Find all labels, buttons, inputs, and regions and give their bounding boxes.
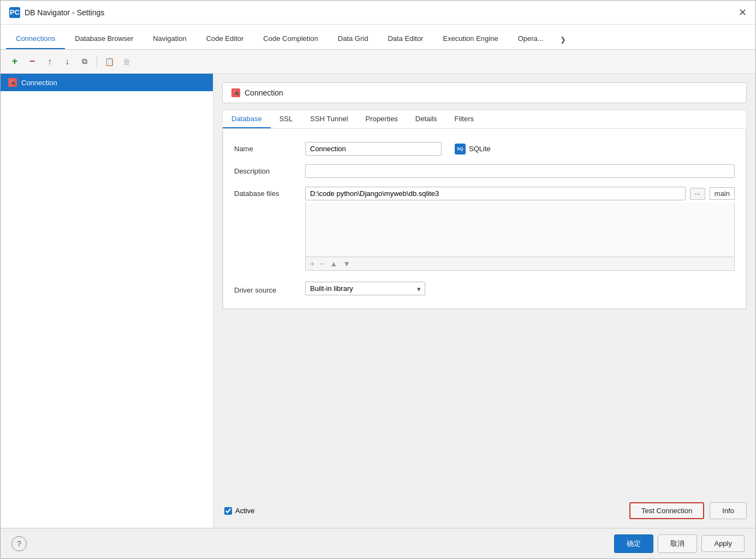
name-input[interactable]: [305, 142, 442, 156]
cancel-button[interactable]: 取消: [658, 534, 697, 553]
main-window: PC DB Navigator - Settings ✕ Connections…: [0, 0, 756, 559]
form-body: Name SQ SQLite Description: [223, 129, 746, 309]
form-tab-database[interactable]: Database: [223, 110, 271, 128]
connection-panel-title: Connection: [245, 88, 283, 97]
app-icon: PC: [9, 7, 20, 18]
driver-source-wrapper: Built-in library External library: [305, 282, 425, 295]
bottom-right: 确定 取消 Apply: [614, 534, 745, 553]
db-files-alias: main: [710, 187, 735, 200]
db-files-label: Database files: [234, 187, 305, 198]
active-checkbox-row: Active: [222, 507, 254, 515]
db-files-browse-button[interactable]: ···: [690, 188, 705, 200]
description-row: Description: [234, 164, 735, 178]
right-panel: 🔌 Connection Database SSL SSH Tunnel Pro…: [213, 74, 755, 528]
test-connection-button[interactable]: Test Connection: [629, 502, 704, 519]
connection-item-icon: 🔌: [8, 78, 17, 87]
tab-data-editor[interactable]: Data Editor: [378, 29, 433, 49]
db-type-indicator: SQ SQLite: [455, 144, 491, 154]
db-files-down-button[interactable]: ▼: [342, 259, 352, 268]
main-content: 🔌 Connection 🔌 Connection Database SSL S…: [1, 74, 755, 528]
db-files-row: Database files ··· main + − ▲: [234, 187, 735, 271]
connection-panel-icon: 🔌: [231, 88, 240, 97]
db-type-label: SQLite: [469, 145, 491, 153]
driver-source-row: Driver source Built-in library External …: [234, 282, 735, 295]
tab-code-editor[interactable]: Code Editor: [197, 29, 254, 49]
delete-button[interactable]: 🗑: [119, 54, 134, 69]
db-files-toolbar: + − ▲ ▼: [305, 257, 735, 271]
description-input[interactable]: [305, 164, 735, 178]
db-files-input-row: ··· main: [305, 187, 735, 200]
title-bar-left: PC DB Navigator - Settings: [9, 7, 104, 18]
name-row: Name SQ SQLite: [234, 142, 735, 156]
name-label: Name: [234, 142, 305, 153]
active-label: Active: [235, 507, 254, 515]
copy-connection-button[interactable]: ⧉: [77, 54, 92, 69]
remove-connection-button[interactable]: −: [25, 54, 40, 69]
driver-source-label: Driver source: [234, 283, 305, 294]
tab-data-grid[interactable]: Data Grid: [328, 29, 378, 49]
db-files-area: ··· main + − ▲ ▼: [305, 187, 735, 271]
form-tab-details[interactable]: Details: [407, 110, 446, 128]
main-tab-bar: Connections Database Browser Navigation …: [1, 25, 755, 50]
apply-button[interactable]: Apply: [701, 535, 745, 552]
connections-toolbar: + − ↑ ↓ ⧉ 📋 🗑: [1, 50, 755, 74]
close-button[interactable]: ✕: [739, 8, 747, 17]
info-button[interactable]: Info: [710, 502, 747, 519]
bottom-left: ?: [11, 536, 610, 551]
description-label: Description: [234, 164, 305, 175]
tab-more[interactable]: Opera...: [508, 29, 553, 49]
toolbar-separator: [97, 56, 97, 68]
db-files-add-button[interactable]: +: [309, 259, 316, 268]
db-files-remove-button[interactable]: −: [319, 259, 325, 268]
ok-button[interactable]: 确定: [614, 534, 653, 553]
tab-code-completion[interactable]: Code Completion: [253, 29, 328, 49]
form-tab-ssh-tunnel[interactable]: SSH Tunnel: [301, 110, 356, 128]
tab-overflow[interactable]: ❯: [553, 30, 573, 49]
paste-button[interactable]: 📋: [102, 54, 117, 69]
tab-execution-engine[interactable]: Execution Engine: [433, 29, 508, 49]
form-tab-filters[interactable]: Filters: [446, 110, 483, 128]
window-title: DB Navigator - Settings: [25, 8, 104, 17]
description-control: [305, 164, 735, 178]
bottom-bar: ? 确定 取消 Apply: [1, 528, 755, 558]
connection-list-item[interactable]: 🔌 Connection: [1, 74, 213, 91]
move-up-button[interactable]: ↑: [42, 54, 57, 69]
driver-source-select[interactable]: Built-in library External library: [305, 282, 425, 295]
active-checkbox[interactable]: [224, 507, 232, 515]
tab-navigation[interactable]: Navigation: [143, 29, 196, 49]
title-bar: PC DB Navigator - Settings ✕: [1, 1, 755, 25]
form-tabs: Database SSL SSH Tunnel Properties Detai…: [223, 110, 746, 129]
connection-item-label: Connection: [21, 79, 57, 87]
left-panel: 🔌 Connection: [1, 74, 213, 528]
tab-database-browser[interactable]: Database Browser: [65, 29, 143, 49]
db-files-empty-area: [305, 203, 735, 257]
sqlite-icon: SQ: [455, 144, 466, 154]
form-tab-properties[interactable]: Properties: [357, 110, 407, 128]
add-connection-button[interactable]: +: [7, 54, 22, 69]
form-area: Database SSL SSH Tunnel Properties Detai…: [222, 110, 747, 310]
name-control: SQ SQLite: [305, 142, 735, 156]
tab-connections[interactable]: Connections: [6, 29, 65, 49]
form-tab-ssl[interactable]: SSL: [271, 110, 302, 128]
connection-panel-header: 🔌 Connection: [222, 82, 747, 103]
db-files-up-button[interactable]: ▲: [329, 259, 338, 268]
help-button[interactable]: ?: [11, 536, 27, 551]
db-files-input[interactable]: [305, 187, 686, 200]
move-down-button[interactable]: ↓: [59, 54, 75, 69]
form-spacer: [222, 310, 747, 496]
right-panel-bottom: Active Test Connection Info: [222, 496, 747, 519]
